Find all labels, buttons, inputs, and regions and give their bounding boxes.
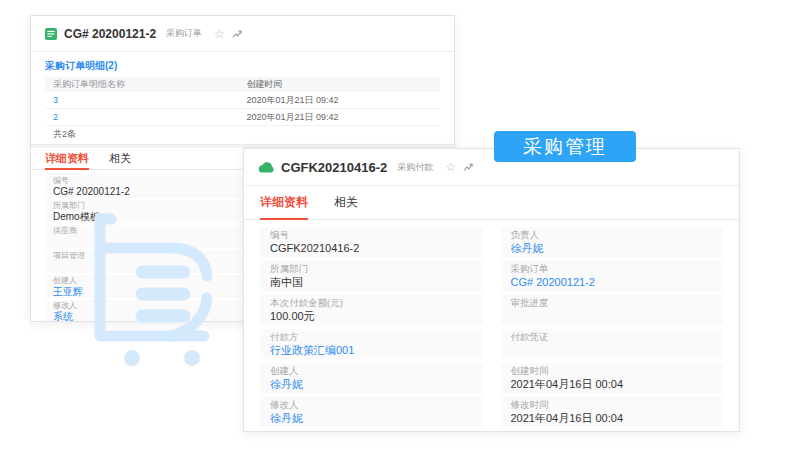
cart-wheel-left [124, 350, 140, 366]
field-label: 所属部门 [270, 263, 473, 275]
order-line-link[interactable]: 2 [53, 112, 58, 122]
field-label: 采购订单 [511, 263, 714, 275]
modifier-link[interactable]: 徐丹妮 [270, 411, 473, 425]
field-modifier: 修改人 徐丹妮 [260, 397, 483, 427]
order-line-link[interactable]: 3 [53, 95, 58, 105]
tab-related[interactable]: 相关 [334, 186, 358, 219]
tab-related[interactable]: 相关 [109, 148, 131, 169]
field-label: 创建人 [270, 365, 473, 377]
table-header-row: 采购订单明细名称 创建时间 [45, 77, 440, 92]
table-total-count: 共2条 [45, 126, 440, 142]
field-purchase-order: 采购订单 CG# 20200121-2 [501, 261, 724, 291]
field-label: 付款方 [270, 331, 473, 343]
field-owner: 负责人 徐丹妮 [501, 227, 724, 257]
field-value: 2021年04月16日 00:04 [511, 411, 714, 425]
field-value: 2021年04月16日 00:04 [511, 377, 714, 391]
record-type-label: 采购订单 [166, 27, 202, 40]
cloud-icon [258, 161, 274, 173]
tab-details[interactable]: 详细资料 [260, 186, 308, 219]
field-department: 所属部门 南中国 [260, 261, 483, 291]
field-value [511, 343, 714, 357]
order-lines-table: 采购订单明细名称 创建时间 3 2020年01月21日 09:42 2 2020… [45, 77, 440, 142]
share-icon[interactable] [463, 162, 473, 172]
table-row: 3 2020年01月21日 09:42 [45, 92, 440, 109]
record-type-label: 采购付款 [397, 161, 433, 174]
field-label: 本次付款金额(元) [270, 297, 473, 309]
order-lines-section-title: 采购订单明细(2) [45, 59, 440, 72]
field-label: 付款凭证 [511, 331, 714, 343]
order-line-created: 2020年01月21日 09:42 [239, 92, 440, 108]
field-label: 审批进度 [511, 297, 714, 309]
creator-link[interactable]: 徐丹妮 [270, 377, 473, 391]
star-icon[interactable]: ☆ [445, 161, 456, 173]
page-canvas: CG# 20200121-2 采购订单 ☆ 采购订单明细(2) 采购订单明细名称… [0, 0, 792, 459]
order-lines-section: 采购订单明细(2) 采购订单明细名称 创建时间 3 2020年01月21日 09… [31, 52, 454, 144]
purchase-order-title: CG# 20200121-2 [64, 27, 156, 41]
field-label: 创建时间 [511, 365, 714, 377]
payment-detail-fields: 编号 CGFK20210416-2 负责人 徐丹妮 所属部门 南中国 采购订单 … [244, 220, 739, 432]
order-line-created: 2020年01月21日 09:42 [239, 109, 440, 125]
module-badge: 采购管理 [494, 131, 636, 162]
document-icon [45, 28, 57, 40]
field-payment-amount: 本次付款金额(元) 100.00元 [260, 295, 483, 325]
owner-link[interactable]: 徐丹妮 [511, 241, 714, 255]
column-header-created: 创建时间 [239, 77, 440, 92]
field-payer: 付款方 行业政策汇编001 [260, 329, 483, 359]
field-number: 编号 CGFK20210416-2 [260, 227, 483, 257]
field-label: 修改时间 [511, 399, 714, 411]
detail-tabs: 详细资料 相关 [244, 186, 739, 220]
table-row: 2 2020年01月21日 09:42 [45, 109, 440, 126]
field-label: 编号 [270, 229, 473, 241]
field-modified-time: 修改时间 2021年04月16日 00:04 [501, 397, 724, 427]
purchase-order-header: CG# 20200121-2 采购订单 ☆ [31, 16, 454, 52]
field-created-time: 创建时间 2021年04月16日 00:04 [501, 363, 724, 393]
field-creator: 创建人 徐丹妮 [260, 363, 483, 393]
field-value: 南中国 [270, 275, 473, 289]
purchase-payment-header: CGFK20210416-2 采购付款 ☆ [244, 149, 739, 186]
field-label: 修改人 [270, 399, 473, 411]
cart-wheel-right [184, 350, 200, 366]
field-payment-voucher: 付款凭证 [501, 329, 724, 359]
field-value: CGFK20210416-2 [270, 241, 473, 255]
field-approval-progress: 审批进度 [501, 295, 724, 325]
column-header-name: 采购订单明细名称 [45, 77, 239, 92]
share-icon[interactable] [232, 29, 242, 39]
purchase-order-link[interactable]: CG# 20200121-2 [511, 275, 714, 289]
star-icon[interactable]: ☆ [214, 28, 225, 40]
tab-details[interactable]: 详细资料 [45, 148, 89, 169]
purchase-payment-card: CGFK20210416-2 采购付款 ☆ 详细资料 相关 编号 CGFK202… [243, 148, 740, 432]
field-value: 100.00元 [270, 309, 473, 323]
field-value [511, 309, 714, 323]
payer-link[interactable]: 行业政策汇编001 [270, 343, 473, 357]
purchase-payment-title: CGFK20210416-2 [281, 160, 387, 175]
field-label: 负责人 [511, 229, 714, 241]
